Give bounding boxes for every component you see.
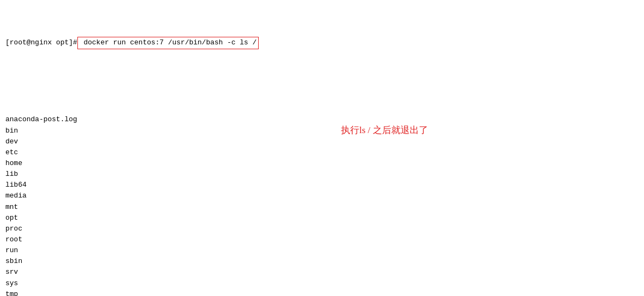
output-line: tmp bbox=[5, 289, 639, 296]
output-section: anaconda-post.logbindevetchomeliblib64me… bbox=[5, 93, 639, 296]
output-line: srv bbox=[5, 267, 639, 278]
prompt-1: [root@nginx opt]# bbox=[5, 37, 77, 48]
output-line: bin bbox=[5, 126, 639, 136]
output-line: lib64 bbox=[5, 180, 639, 190]
command-line-1: [root@nginx opt]# docker run centos:7 /u… bbox=[5, 37, 639, 49]
output-line: sbin bbox=[5, 256, 639, 267]
output-line: media bbox=[5, 190, 639, 201]
output-line: root bbox=[5, 234, 639, 245]
annotation-text: 执行ls / 之后就退出了 bbox=[341, 123, 428, 137]
output-line: sys bbox=[5, 278, 639, 289]
output-line: home bbox=[5, 158, 639, 169]
output-line: run bbox=[5, 245, 639, 256]
terminal-window: [root@nginx opt]# docker run centos:7 /u… bbox=[0, 0, 644, 296]
output-line: proc bbox=[5, 223, 639, 234]
output-line: dev bbox=[5, 136, 639, 147]
output-line: etc bbox=[5, 147, 639, 158]
output-line: mnt bbox=[5, 202, 639, 213]
output-line: opt bbox=[5, 213, 639, 223]
output-line: lib bbox=[5, 169, 639, 180]
command-box-1: docker run centos:7 /usr/bin/bash -c ls … bbox=[77, 37, 259, 49]
output-line: anaconda-post.log bbox=[5, 114, 639, 125]
